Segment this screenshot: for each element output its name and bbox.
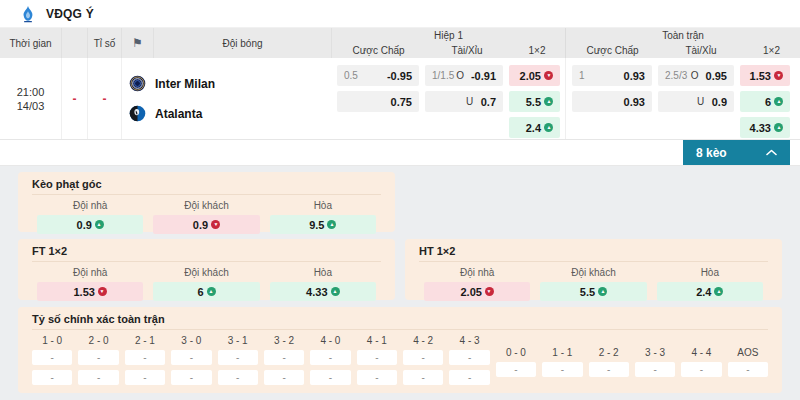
ft-away-odds[interactable]: 6 — [153, 282, 259, 301]
score-odds-button[interactable]: - — [635, 362, 675, 377]
odds-value: 0.93 — [624, 96, 645, 108]
ht-home-odds[interactable]: 2.05 — [424, 282, 530, 301]
score-odds-button[interactable]: - — [357, 370, 397, 385]
h1-1x2-odds-away[interactable]: 5.5 — [509, 91, 560, 112]
score-label: 2 - 1 — [125, 335, 165, 346]
h1-overunder-odds-2[interactable]: U 0.7 — [425, 91, 503, 112]
score-odds-button[interactable]: - — [78, 350, 118, 365]
score-label: 3 - 3 — [635, 347, 675, 358]
inter-milan-crest-icon — [129, 75, 146, 92]
header-group-half1: Hiệp 1 Cược Chấp Tài/Xỉu 1×2 — [332, 28, 565, 58]
ft-draw-odds[interactable]: 4.33 — [270, 282, 376, 301]
score-odds-button[interactable]: - — [310, 370, 350, 385]
corner-odds-card: Kèo phạt góc Đội nhà 0.9 Đội khách 0.9 H… — [18, 172, 395, 232]
score-odds-button[interactable]: - — [542, 362, 582, 377]
score-odds-button[interactable]: - — [218, 370, 258, 385]
draw-column-label: Hòa — [652, 267, 768, 278]
odds-down-icon — [485, 287, 494, 296]
score-odds-button[interactable]: - — [496, 362, 536, 377]
h1-1x2-odds-home[interactable]: 2.05 — [509, 65, 560, 86]
handicap-line: 1 — [579, 70, 619, 81]
score-odds-button[interactable]: - — [728, 362, 768, 377]
score-odds-button[interactable]: - — [449, 350, 489, 365]
score-odds-button[interactable]: - — [589, 362, 629, 377]
away-team-name[interactable]: Atalanta — [155, 107, 202, 121]
odds-value: 2.4 — [696, 286, 711, 298]
correct-score-column-draw: 2 - 2 - — [589, 335, 629, 390]
league-header: VĐQG Ý — [0, 0, 800, 28]
odds-up-icon — [774, 97, 783, 106]
odds-value: 5.5 — [580, 286, 595, 298]
h1-1x2-odds-draw[interactable]: 2.4 — [509, 117, 560, 138]
header-ft-overunder: Tài/Xỉu — [659, 43, 743, 58]
odds-value: 2.05 — [460, 286, 481, 298]
teams-cell[interactable]: Inter Milan Atalanta — [122, 58, 332, 139]
ft-1x2-odds-away[interactable]: 6 — [740, 91, 790, 112]
more-bets-button[interactable]: 8 kèo — [683, 140, 790, 165]
score-odds-button[interactable]: - — [171, 370, 211, 385]
h1-overunder-odds-1[interactable]: 1/1.5 O -0.91 — [425, 65, 503, 86]
odds-value: -0.91 — [471, 70, 496, 82]
odds-down-icon — [544, 71, 553, 80]
header-group-fulltime: Toàn trận Cược Chấp Tài/Xỉu 1×2 — [565, 28, 800, 58]
correct-score-column-draw: 1 - 1 - — [542, 335, 582, 390]
kickoff-time: 21:00 — [17, 86, 45, 98]
odds-up-icon — [544, 97, 553, 106]
ht-card-title: HT 1×2 — [419, 245, 768, 262]
odds-value: 2.05 — [520, 70, 541, 82]
score-odds-button[interactable]: - — [171, 350, 211, 365]
score-odds-button[interactable]: - — [264, 350, 304, 365]
odds-value: 0.93 — [624, 70, 645, 82]
score-label: 4 - 2 — [403, 335, 443, 346]
odds-up-icon — [207, 287, 216, 296]
h1-handicap-odds-1[interactable]: 0.5 -0.95 — [337, 65, 419, 86]
ft-handicap-odds-2[interactable]: 0.93 — [572, 91, 652, 112]
score-odds-button[interactable]: - — [403, 370, 443, 385]
score-odds-button[interactable]: - — [357, 350, 397, 365]
away-team-row[interactable]: Atalanta — [129, 105, 332, 122]
score-odds-button[interactable]: - — [78, 370, 118, 385]
ft-overunder-odds-1[interactable]: 2.5/3 O 0.95 — [658, 65, 734, 86]
odds-value: 4.33 — [306, 286, 327, 298]
score-odds-button[interactable]: - — [449, 370, 489, 385]
score-label: AOS — [728, 347, 768, 358]
ft-overunder-odds-2[interactable]: U 0.9 — [658, 91, 734, 112]
ft-card-title: FT 1×2 — [32, 245, 381, 262]
score-odds-button[interactable]: - — [32, 370, 72, 385]
ht-1x2-card: HT 1×2 Đội nhà 2.05 Đội khách 5.5 Hòa 2 — [405, 239, 782, 300]
score-odds-button[interactable]: - — [310, 350, 350, 365]
score-odds-button[interactable]: - — [32, 350, 72, 365]
home-team-row[interactable]: Inter Milan — [129, 75, 332, 92]
ht-away-odds[interactable]: 5.5 — [540, 282, 646, 301]
ft-home-odds[interactable]: 1.53 — [37, 282, 143, 301]
score-odds-button[interactable]: - — [125, 370, 165, 385]
header-h1-1x2: 1×2 — [509, 43, 565, 58]
away-column-label: Đội khách — [148, 267, 264, 278]
correct-score-title: Tỷ số chính xác toàn trận — [32, 313, 768, 330]
corner-away-odds[interactable]: 0.9 — [153, 215, 259, 234]
home-team-name[interactable]: Inter Milan — [155, 77, 215, 91]
odds-value: 1.53 — [750, 70, 771, 82]
corner-home-odds[interactable]: 0.9 — [37, 215, 143, 234]
score-label: 3 - 0 — [171, 335, 211, 346]
odds-value: -0.95 — [387, 70, 412, 82]
odds-value: 0.9 — [193, 219, 208, 231]
score-label: 4 - 0 — [310, 335, 350, 346]
ft-1x2-odds-draw[interactable]: 4.33 — [740, 117, 790, 138]
h1-handicap-odds-2[interactable]: 0.75 — [337, 91, 419, 112]
score-odds-button[interactable]: - — [218, 350, 258, 365]
score-label: 4 - 4 — [681, 347, 721, 358]
odds-up-icon — [331, 287, 340, 296]
corner-draw-odds[interactable]: 9.5 — [270, 215, 376, 234]
score-odds-button[interactable]: - — [403, 350, 443, 365]
score-odds-button[interactable]: - — [264, 370, 304, 385]
odds-value: 5.5 — [526, 96, 541, 108]
score-odds-button[interactable]: - — [125, 350, 165, 365]
header-live — [62, 28, 88, 58]
ft-1x2-odds-home[interactable]: 1.53 — [740, 65, 790, 86]
ft-handicap-odds-1[interactable]: 1 0.93 — [572, 65, 652, 86]
score-odds-button[interactable]: - — [681, 362, 721, 377]
ht-draw-odds[interactable]: 2.4 — [657, 282, 763, 301]
score-label: 3 - 1 — [218, 335, 258, 346]
home-column-label: Đội nhà — [32, 200, 148, 211]
